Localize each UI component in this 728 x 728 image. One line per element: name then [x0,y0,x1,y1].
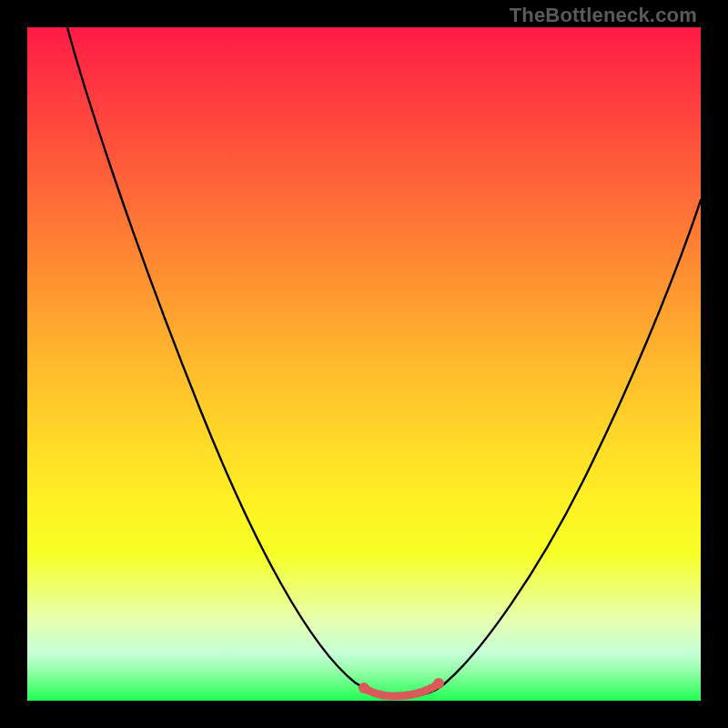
plot-frame [27,27,701,701]
optimal-region-marker [364,684,438,696]
watermark-text: TheBottleneck.com [510,4,697,27]
bottleneck-curve [67,27,701,697]
bottleneck-curve-layer [27,27,701,701]
marker-dot-left [359,682,369,693]
marker-dot-right [433,678,444,689]
